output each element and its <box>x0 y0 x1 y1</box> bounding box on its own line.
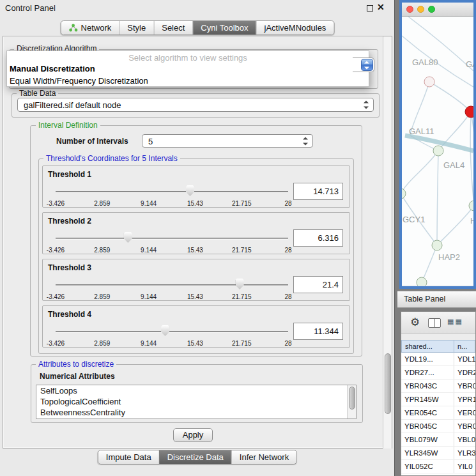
algorithm-combobox-fragment[interactable] <box>353 58 374 72</box>
columns-icon[interactable] <box>428 318 441 328</box>
table-cell[interactable]: YBR045C <box>401 420 454 433</box>
slider-track[interactable] <box>56 238 288 240</box>
numerical-attributes-list[interactable]: SelfLoops TopologicalCoefficient Between… <box>36 385 357 419</box>
table-row[interactable]: YLR345W YLR3 <box>401 447 475 460</box>
slider-track[interactable] <box>56 331 288 333</box>
list-scrollbar-thumb[interactable] <box>349 387 355 410</box>
table-cell[interactable]: YDL1 <box>454 353 475 365</box>
tab-discretize-data[interactable]: Discretize Data <box>159 450 231 464</box>
table-cell[interactable]: YBR0 <box>454 420 475 433</box>
slider-track[interactable] <box>56 284 288 286</box>
network-canvas[interactable]: GAL80 GA GAL11 GAL4 GCY1 H HAP2 <box>402 17 473 286</box>
list-item-topologicalcoefficient[interactable]: TopologicalCoefficient <box>36 396 356 407</box>
table-row[interactable]: YPR145W YPR1 <box>401 393 475 406</box>
table-row[interactable]: YBR045C YBR0 <box>401 420 475 433</box>
combobox-arrow-button[interactable] <box>361 59 373 71</box>
gear-icon[interactable]: ⚙ <box>410 316 420 329</box>
table-row[interactable]: YER054C YER0 <box>401 406 475 420</box>
attributes-group-title: Attributes to discretize <box>36 360 116 369</box>
window-zoom-button[interactable] <box>428 6 435 13</box>
threshold-2-slider[interactable]: -3.426 2.859 9.144 15.43 21.715 28 <box>56 231 288 255</box>
table-body: YDL19... YDL1 YDR27... YDR2 YBR043C YBR0… <box>401 353 475 475</box>
threshold-4-slider[interactable]: -3.426 2.859 9.144 15.43 21.715 28 <box>56 324 288 348</box>
table-cell[interactable]: YIL0 <box>454 460 475 473</box>
float-window-icon[interactable] <box>367 5 373 12</box>
network-window-titlebar[interactable] <box>402 3 473 17</box>
network-node-gal80[interactable] <box>424 77 434 87</box>
threshold-1-slider[interactable]: -3.426 2.859 9.144 15.43 21.715 28 <box>56 184 288 208</box>
window-close-button[interactable] <box>406 6 413 13</box>
tab-jactivemnodules[interactable]: jActiveMNodules <box>256 21 334 35</box>
table-row[interactable]: YDR27... YDR2 <box>401 366 475 380</box>
apply-button[interactable]: Apply <box>173 428 213 442</box>
table-cell[interactable]: YLR3 <box>454 447 475 459</box>
table-cell[interactable]: YBR0 <box>454 380 475 392</box>
list-item-betweennesscentrality[interactable]: BetweennessCentrality <box>36 407 356 418</box>
control-panel-tabbar: Network Style Select Cyni Toolbox jActiv… <box>61 20 335 35</box>
threshold-2-value-field[interactable]: 6.316 <box>293 229 343 247</box>
table-row[interactable]: YBL079W YBL0 <box>401 433 475 447</box>
table-data-group-title: Table Data <box>17 89 58 98</box>
tab-style[interactable]: Style <box>119 21 153 35</box>
slider-thumb[interactable] <box>161 325 169 336</box>
updown-arrows-icon <box>364 101 369 109</box>
column-header-name[interactable]: n... <box>454 340 475 353</box>
threshold-4-value-field[interactable]: 11.344 <box>293 323 343 340</box>
table-cell[interactable]: YBL0 <box>454 433 475 446</box>
tab-select[interactable]: Select <box>153 21 192 35</box>
slider-thumb[interactable] <box>236 279 244 289</box>
panel-scrollbar-thumb[interactable] <box>385 353 391 414</box>
table-cell[interactable]: YDR27... <box>401 366 454 379</box>
network-node[interactable] <box>402 188 406 199</box>
table-cell[interactable]: YLR345W <box>401 447 454 459</box>
slider-thumb[interactable] <box>124 232 132 243</box>
tab-infer-network[interactable]: Infer Network <box>231 450 296 464</box>
threshold-3-value-field[interactable]: 21.4 <box>293 276 343 293</box>
table-row[interactable]: YBR043C YBR0 <box>401 380 475 393</box>
number-of-intervals-spinner[interactable]: 5 <box>142 134 313 148</box>
table-cell[interactable]: YPR145W <box>401 393 454 406</box>
table-cell[interactable]: YDL19... <box>401 353 454 365</box>
table-cell[interactable]: YER0 <box>454 406 475 419</box>
application-root: Control Panel ✕ Network Style Select Cyn… <box>0 0 476 476</box>
table-cell[interactable]: YBR043C <box>401 380 454 392</box>
close-icon[interactable]: ✕ <box>377 2 385 12</box>
window-minimize-button[interactable] <box>417 6 424 13</box>
slider-thumb[interactable] <box>186 185 194 196</box>
network-view-window[interactable]: GAL80 GA GAL11 GAL4 GCY1 H HAP2 <box>399 0 476 289</box>
list-scrollbar[interactable] <box>347 385 356 418</box>
table-cell[interactable]: YPR1 <box>454 393 475 406</box>
network-icon <box>69 24 78 32</box>
tab-cyni-toolbox[interactable]: Cyni Toolbox <box>192 21 256 35</box>
scale-tick-label: -3.426 <box>47 293 65 300</box>
panel-scrollbar[interactable] <box>383 36 392 449</box>
network-node-red-selected[interactable] <box>465 106 473 118</box>
network-node[interactable] <box>417 277 427 286</box>
table-data-combobox[interactable]: galFiltered.sif default node <box>17 98 374 112</box>
table-row[interactable]: YDL19... YDL1 <box>401 353 475 366</box>
dropdown-option-equal-width-frequency[interactable]: Equal Width/Frequency Discretization <box>7 74 369 86</box>
control-panel-title: Control Panel <box>5 3 56 13</box>
scale-tick-label: 28 <box>284 247 291 254</box>
network-node[interactable] <box>469 201 473 211</box>
slider-track[interactable] <box>56 191 288 193</box>
threshold-3-slider[interactable]: -3.426 2.859 9.144 15.43 21.715 28 <box>56 277 288 302</box>
column-header-shared-name[interactable]: shared... <box>401 340 454 353</box>
select-columns-icons[interactable]: ▦▦ <box>447 318 463 326</box>
tab-network[interactable]: Network <box>61 21 119 35</box>
network-node-hap2[interactable] <box>432 240 442 250</box>
tab-select-label: Select <box>162 23 185 33</box>
list-item-selfloops[interactable]: SelfLoops <box>36 385 356 396</box>
table-cell[interactable]: YIL052C <box>401 460 454 473</box>
threshold-1-value-field[interactable]: 14.713 <box>293 183 343 200</box>
scale-tick-label: -3.426 <box>47 200 65 207</box>
tab-impute-data[interactable]: Impute Data <box>98 450 159 464</box>
table-cell[interactable]: YER054C <box>401 406 454 419</box>
table-row[interactable]: YIL052C YIL0 <box>401 460 475 473</box>
dropdown-option-manual-discretization[interactable]: Manual Discretization <box>7 63 369 74</box>
node-label-clipped: H <box>470 216 473 226</box>
table-cell[interactable]: YBL079W <box>401 433 454 446</box>
scale-tick-label: 21.715 <box>232 293 252 300</box>
network-node-gal4[interactable] <box>433 146 443 156</box>
table-cell[interactable]: YDR2 <box>454 366 475 379</box>
